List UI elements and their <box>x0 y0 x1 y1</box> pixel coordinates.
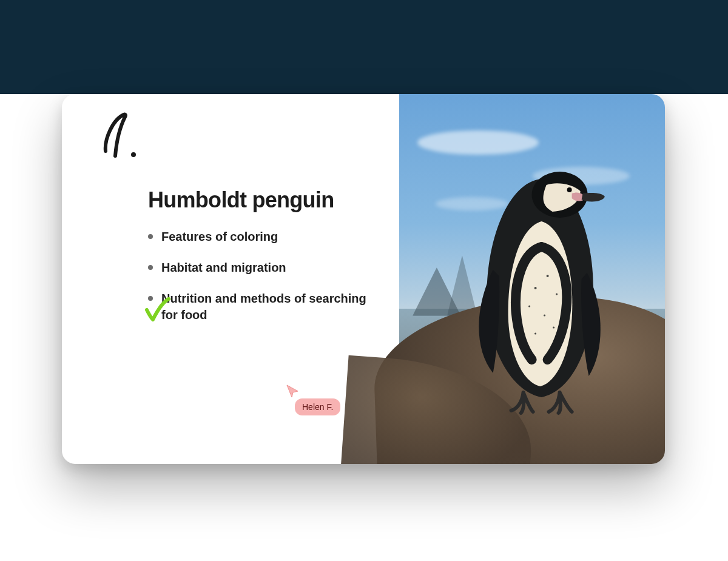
viewport: 1. Humboldt penguin Features of coloring… <box>0 0 728 561</box>
penguin-photo <box>399 94 665 464</box>
svg-point-9 <box>534 332 536 334</box>
svg-point-8 <box>553 326 554 328</box>
svg-point-5 <box>556 293 558 295</box>
bullet-text: Nutrition and methods of searching for f… <box>161 291 380 323</box>
bullet-text: Habitat and migration <box>161 260 286 276</box>
handwritten-number-icon <box>89 109 161 169</box>
svg-point-7 <box>544 314 545 316</box>
bullet-dot-icon <box>148 265 153 270</box>
slide-image-pane[interactable] <box>399 94 665 464</box>
penguin-icon <box>451 167 621 422</box>
bullet-item[interactable]: Features of coloring <box>148 229 382 245</box>
svg-point-6 <box>528 305 530 307</box>
top-band <box>0 0 728 94</box>
svg-point-2 <box>567 187 572 192</box>
handdrawn-check-icon <box>143 297 171 324</box>
slide-title[interactable]: Humboldt penguin <box>148 187 382 213</box>
bullet-dot-icon <box>148 234 153 239</box>
cursor-pointer-icon <box>285 384 300 398</box>
bullet-text: Features of coloring <box>161 229 278 245</box>
slide-card[interactable]: 1. Humboldt penguin Features of coloring… <box>62 94 665 464</box>
svg-point-3 <box>534 287 537 289</box>
bullet-item[interactable]: Nutrition and methods of searching for f… <box>148 291 382 323</box>
svg-point-0 <box>131 152 136 157</box>
bullet-item[interactable]: Habitat and migration <box>148 260 382 276</box>
svg-point-4 <box>547 275 549 277</box>
bullet-list[interactable]: Features of coloring Habitat and migrati… <box>148 229 382 323</box>
collaborator-name-badge: Helen F. <box>295 398 340 415</box>
